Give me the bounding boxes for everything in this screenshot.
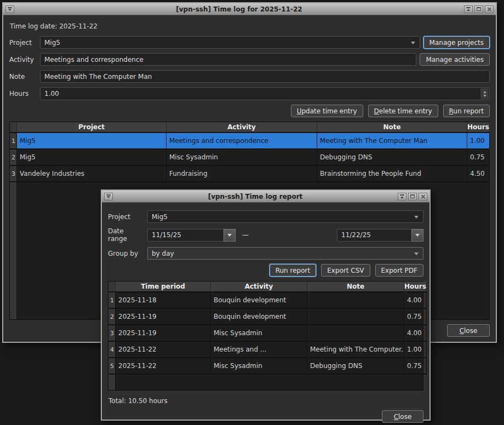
window-menu-icon [106, 194, 111, 198]
hours-label: Hours [9, 90, 37, 97]
cell-hours[interactable]: 4.00 [404, 325, 427, 342]
cell-project[interactable]: Mig5 [17, 133, 167, 150]
maximize-button[interactable] [408, 193, 417, 200]
row-number: 1 [10, 133, 17, 150]
report-project-row: Project Mig5 [108, 210, 423, 223]
close-window-button[interactable] [419, 193, 427, 200]
cell-hours[interactable]: 0.75 [404, 358, 427, 375]
window-menu-button[interactable] [104, 193, 113, 200]
col-header-activity[interactable]: Activity [211, 282, 307, 292]
group-by-combobox[interactable]: by day [147, 247, 423, 260]
cell-note[interactable]: Meeting with The Computer Man [317, 133, 467, 150]
chevron-down-icon [415, 234, 420, 237]
row-number: 4 [108, 342, 116, 358]
col-header-project[interactable]: Project [17, 122, 167, 133]
cell-hours[interactable]: 1.00 [467, 133, 490, 150]
col-header-hours[interactable]: Hours [467, 122, 490, 133]
cell-time-period[interactable]: 2025-11-22 [116, 358, 211, 375]
note-input[interactable]: Meeting with The Computer Man [40, 70, 490, 83]
shade-button[interactable] [398, 193, 406, 200]
col-header-hours[interactable]: Hours [404, 282, 427, 292]
row-number: 5 [108, 358, 116, 375]
window-menu-button[interactable] [5, 5, 14, 13]
cell-activity[interactable]: Meetings and correspondence [167, 133, 317, 150]
group-by-row: Group by by day [108, 247, 423, 260]
report-footer: Close [108, 410, 423, 423]
cell-activity[interactable]: Misc Sysadmin [211, 325, 307, 342]
spinner-up-icon[interactable] [483, 91, 486, 93]
cell-note[interactable]: Debugging DNS [307, 358, 404, 375]
chevron-down-icon [414, 252, 419, 255]
spinner-buttons[interactable] [480, 88, 489, 99]
delete-time-entry-button[interactable]: Delete time entry [368, 105, 438, 117]
close-button[interactable]: Close [382, 410, 423, 423]
cell-hours[interactable]: 0.75 [404, 309, 427, 325]
col-header-activity[interactable]: Activity [167, 122, 317, 133]
cell-note[interactable] [307, 309, 404, 325]
date-end-dropdown-button[interactable] [411, 229, 423, 242]
cell-note[interactable] [307, 325, 404, 342]
gutter-filler [108, 375, 116, 390]
project-combobox[interactable]: Mig5 [40, 36, 420, 49]
cell-note[interactable]: Meeting with The Computer... [307, 342, 404, 358]
maximize-icon [410, 194, 415, 198]
cell-time-period[interactable]: 2025-11-19 [116, 325, 211, 342]
shade-icon [466, 7, 471, 11]
export-pdf-button[interactable]: Export PDF [375, 264, 423, 277]
col-header-note[interactable]: Note [317, 122, 467, 133]
cell-activity[interactable]: Bouquin development [211, 292, 307, 309]
group-by-label: Group by [108, 250, 144, 257]
cell-activity[interactable]: Bouquin development [211, 309, 307, 325]
cell-note[interactable] [307, 292, 404, 309]
cell-hours[interactable]: 0.75 [467, 150, 490, 166]
col-header-note[interactable]: Note [307, 282, 404, 292]
run-report-button[interactable]: Run report [270, 264, 316, 277]
cell-activity[interactable]: Meetings and ... [211, 342, 307, 358]
activity-input[interactable]: Meetings and correspondence [40, 53, 416, 66]
date-start-dropdown-button[interactable] [224, 229, 236, 242]
date-start-input[interactable]: 11/15/25 [147, 229, 224, 242]
col-header-time-period[interactable]: Time period [116, 282, 211, 292]
gutter-header [108, 282, 116, 292]
shade-icon [400, 194, 404, 198]
run-report-button[interactable]: Run report [443, 105, 490, 117]
row-number: 1 [108, 292, 116, 309]
cell-activity[interactable]: Fundraising [167, 166, 317, 182]
titlebar[interactable]: [vpn-ssh] Time log for 2025-11-22 [3, 3, 496, 15]
manage-projects-button[interactable]: Manage projects [423, 36, 490, 49]
activity-row: Activity Meetings and correspondence Man… [9, 53, 490, 66]
time-log-date-label: Time log date: 2025-11-22 [10, 22, 489, 30]
row-number: 3 [108, 325, 116, 342]
cell-time-period[interactable]: 2025-11-22 [116, 342, 211, 358]
chevron-down-icon [227, 234, 232, 237]
entry-actions: Update time entry Delete time entry Run … [9, 105, 490, 117]
cell-note[interactable]: Brainstorming the People Fund [317, 166, 467, 182]
shade-button[interactable] [464, 5, 473, 13]
cell-time-period[interactable]: 2025-11-19 [116, 309, 211, 325]
cell-activity[interactable]: Misc Sysadmin [167, 150, 317, 166]
close-window-button[interactable] [485, 5, 494, 13]
report-project-combobox[interactable]: Mig5 [147, 210, 423, 223]
cell-time-period[interactable]: 2025-11-18 [116, 292, 211, 309]
note-label: Note [9, 73, 37, 81]
manage-activities-button[interactable]: Manage activities [420, 53, 490, 66]
cell-hours[interactable]: 4.00 [404, 292, 427, 309]
report-table: Time period Activity Note Hours 1 2025-1… [108, 281, 423, 390]
cell-project[interactable]: Vandeley Industries [17, 166, 167, 182]
cell-activity[interactable]: Misc Sysadmin [211, 358, 307, 375]
spinner-down-icon[interactable] [483, 95, 486, 97]
hours-spinbox[interactable]: 1.00 [40, 87, 490, 100]
update-time-entry-button[interactable]: Update time entry [291, 105, 363, 117]
titlebar[interactable]: [vpn-ssh] Time log report [102, 191, 429, 203]
cell-project[interactable]: Mig5 [17, 150, 167, 166]
cell-hours[interactable]: 4.50 [467, 166, 490, 182]
close-button[interactable]: Close [447, 324, 490, 337]
export-csv-button[interactable]: Export CSV [321, 264, 370, 277]
cell-note[interactable]: Debugging DNS [317, 150, 467, 166]
date-range-row: Date range 11/15/25 — 11/22/25 [108, 227, 423, 243]
cell-hours[interactable]: 1.00 [404, 342, 427, 358]
chevron-down-icon [414, 216, 419, 219]
maximize-button[interactable] [474, 5, 483, 13]
project-label: Project [9, 39, 37, 47]
date-end-input[interactable]: 11/22/25 [337, 229, 411, 242]
